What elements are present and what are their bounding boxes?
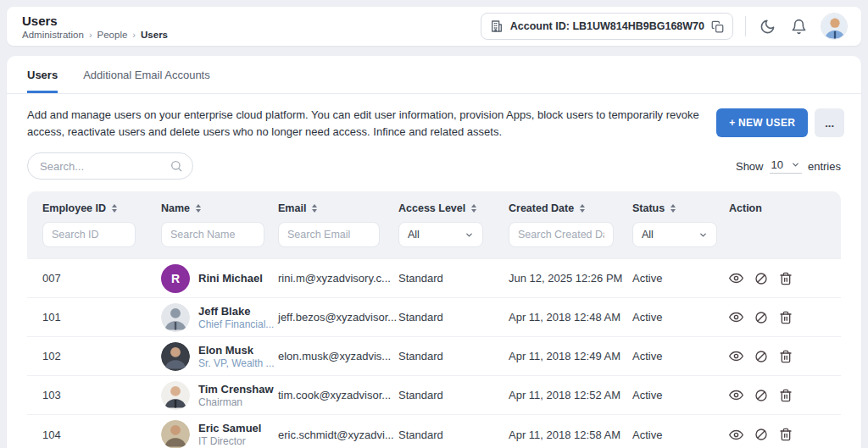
- block-user-button[interactable]: [754, 350, 768, 363]
- intro-actions: + NEW USER ...: [716, 107, 844, 137]
- trash-icon: [779, 272, 793, 285]
- users-table: Employee ID Name Email Access Level Crea…: [27, 191, 841, 448]
- breadcrumb-separator: ›: [89, 30, 92, 40]
- search-input[interactable]: [27, 152, 193, 180]
- tab-users[interactable]: Users: [27, 69, 58, 93]
- building-icon: [490, 19, 504, 33]
- account-id-pill[interactable]: Account ID: LB1UW814HB9BG168W70: [481, 13, 733, 40]
- view-user-button[interactable]: [729, 271, 743, 285]
- column-employee-id: Employee ID: [42, 202, 106, 214]
- cell-created-date: Apr 11, 2018 12:58 AM: [493, 415, 617, 448]
- filter-created-date-input[interactable]: [509, 222, 614, 247]
- table-row[interactable]: 007 R Rini Michael rini.m@xyzadvisory.c.…: [27, 259, 841, 298]
- cell-created-date: Apr 11, 2018 12:49 AM: [493, 337, 617, 376]
- cell-name: R Rini Michael: [146, 259, 263, 298]
- user-avatar[interactable]: [821, 13, 848, 40]
- delete-user-button[interactable]: [779, 428, 793, 441]
- breadcrumb: Administration › People › Users: [22, 30, 168, 40]
- copy-icon[interactable]: [711, 20, 724, 33]
- status-badge: Active: [617, 376, 714, 415]
- show-label: Show: [736, 160, 764, 173]
- table-header: Employee ID Name Email Access Level Crea…: [27, 191, 841, 259]
- view-user-button[interactable]: [729, 349, 743, 363]
- cell-access-level: Standard: [383, 298, 493, 337]
- dark-mode-toggle[interactable]: [758, 17, 777, 36]
- delete-user-button[interactable]: [779, 311, 793, 324]
- show-entries: Show 10 entries: [736, 158, 841, 174]
- block-user-button[interactable]: [754, 311, 768, 324]
- chevron-down-icon: [698, 230, 708, 240]
- eye-icon: [729, 310, 743, 324]
- avatar: [161, 342, 190, 371]
- cell-email: tim.cook@xyzadvisor...: [263, 376, 383, 415]
- block-user-button[interactable]: [754, 389, 768, 402]
- page-title: Users: [22, 14, 168, 28]
- table-row[interactable]: 101 Jeff Blake Chief Financial... jeff.b…: [27, 298, 841, 337]
- sort-icon[interactable]: [580, 204, 585, 213]
- breadcrumb-separator: ›: [132, 30, 136, 40]
- search-icon: [170, 159, 183, 173]
- delete-user-button[interactable]: [779, 389, 793, 402]
- delete-user-button[interactable]: [779, 272, 793, 285]
- account-id-text: Account ID: LB1UW814HB9BG168W70: [510, 20, 704, 32]
- new-user-button[interactable]: + NEW USER: [716, 108, 808, 137]
- cell-email: eric.schmidt@xyzadvi...: [263, 415, 383, 448]
- user-title: Sr. VP, Wealth ...: [198, 357, 263, 369]
- filter-employee-id-input[interactable]: [42, 222, 136, 247]
- block-icon: [754, 311, 768, 324]
- cell-employee-id: 007: [27, 259, 146, 298]
- status-badge: Active: [617, 337, 714, 376]
- trash-icon: [779, 350, 793, 363]
- moon-icon: [760, 19, 776, 35]
- avatar: [161, 303, 190, 332]
- page-size-select[interactable]: 10: [770, 158, 802, 174]
- avatar: R: [161, 264, 190, 293]
- filter-name-input[interactable]: [161, 222, 264, 247]
- search-box: [27, 152, 193, 180]
- filter-status-select[interactable]: All: [632, 222, 717, 247]
- sort-icon[interactable]: [112, 204, 117, 213]
- breadcrumb-people[interactable]: People: [97, 30, 128, 40]
- cell-action: [714, 376, 841, 415]
- chevron-down-icon: [791, 160, 800, 169]
- sort-icon[interactable]: [670, 204, 676, 213]
- topbar-right: Account ID: LB1UW814HB9BG168W70: [481, 13, 848, 40]
- block-user-button[interactable]: [754, 428, 768, 441]
- view-user-button[interactable]: [729, 388, 743, 402]
- table-row[interactable]: 103 Tim Crenshaw Chairman tim.cook@xyzad…: [27, 376, 841, 415]
- more-actions-button[interactable]: ...: [815, 108, 844, 137]
- cell-name: Eric Samuel IT Director: [146, 415, 263, 448]
- filter-access-level-value: All: [408, 229, 420, 241]
- filter-access-level-select[interactable]: All: [398, 222, 483, 247]
- column-email: Email: [278, 202, 306, 214]
- breadcrumb-users: Users: [141, 30, 168, 40]
- cell-employee-id: 102: [27, 337, 146, 376]
- table-row[interactable]: 104 Eric Samuel IT Director eric.schmidt…: [27, 415, 841, 448]
- column-created-date: Created Date: [509, 202, 574, 214]
- view-user-button[interactable]: [729, 310, 743, 324]
- eye-icon: [729, 271, 743, 285]
- view-user-button[interactable]: [729, 428, 743, 442]
- users-panel: Users Additional Email Accounts Add and …: [7, 56, 861, 448]
- eye-icon: [729, 349, 743, 363]
- breadcrumb-administration[interactable]: Administration: [22, 30, 84, 40]
- notifications-button[interactable]: [789, 17, 809, 36]
- block-user-button[interactable]: [754, 272, 768, 285]
- avatar: [161, 420, 190, 448]
- block-icon: [754, 272, 768, 285]
- sort-icon[interactable]: [471, 204, 476, 213]
- delete-user-button[interactable]: [779, 350, 793, 363]
- status-badge: Active: [617, 415, 714, 448]
- cell-access-level: Standard: [383, 259, 493, 298]
- status-badge: Active: [617, 298, 714, 337]
- sort-icon[interactable]: [196, 204, 201, 213]
- intro-row: Add and manage users on your enterprise …: [7, 94, 861, 144]
- sort-icon[interactable]: [312, 204, 317, 213]
- user-title: IT Director: [198, 435, 261, 447]
- cell-action: [714, 259, 841, 298]
- tab-additional-email-accounts[interactable]: Additional Email Accounts: [83, 69, 210, 93]
- user-title: Chief Financial...: [198, 318, 263, 330]
- filter-email-input[interactable]: [278, 222, 380, 247]
- table-row[interactable]: 102 Elon Musk Sr. VP, Wealth ... elon.mu…: [27, 337, 841, 376]
- block-icon: [754, 350, 768, 363]
